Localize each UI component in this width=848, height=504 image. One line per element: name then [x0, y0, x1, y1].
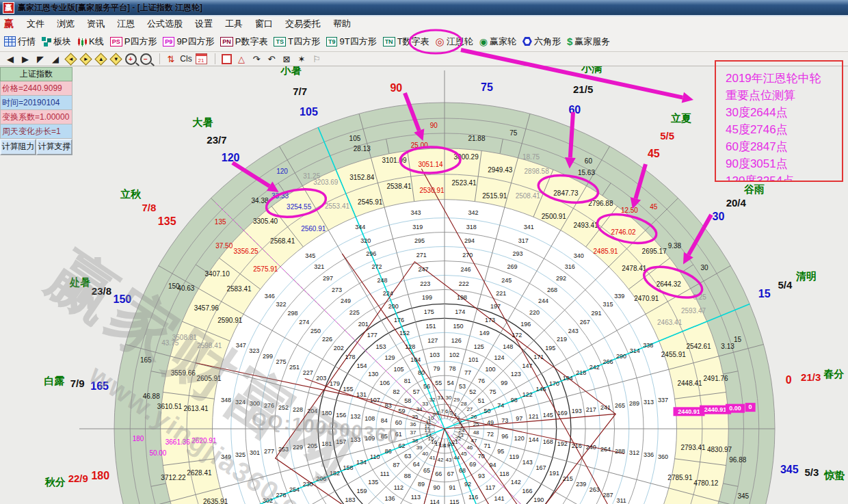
svg-text:226: 226	[322, 336, 332, 343]
pointer-down-icon-button[interactable]: ◢	[49, 53, 62, 65]
svg-text:291: 291	[592, 310, 602, 317]
toolbar-button-9P四方形[interactable]: P99P四方形	[163, 36, 214, 48]
svg-text:154: 154	[356, 362, 367, 369]
delete-box-button[interactable]: ⊠	[280, 53, 293, 65]
svg-text:96.88: 96.88	[729, 456, 746, 464]
svg-text:123: 123	[511, 371, 521, 377]
shift-up-icon: ▲	[94, 53, 107, 65]
menu-item-交易委托[interactable]: 交易委托	[279, 18, 327, 30]
svg-text:205: 205	[307, 442, 317, 449]
shift-up-button[interactable]: ▲	[94, 53, 107, 65]
shift-left-button[interactable]: ◄	[64, 53, 77, 65]
toolbar-button-T数字表[interactable]: TNT数字表	[383, 36, 429, 48]
svg-text:2515.91: 2515.91	[482, 192, 507, 200]
svg-text:180: 180	[321, 410, 332, 416]
calendar-button[interactable]: 21	[195, 53, 207, 65]
svg-text:大暑: 大暑	[192, 116, 213, 128]
menu-item-窗口[interactable]: 窗口	[249, 18, 279, 30]
rotate-ccw-button[interactable]: ↶	[265, 53, 278, 65]
svg-text:290: 290	[616, 353, 626, 360]
toolbar-button-P数字表[interactable]: PNP数字表	[220, 36, 267, 48]
svg-text:55: 55	[435, 380, 442, 386]
svg-text:2785.91: 2785.91	[667, 474, 693, 481]
note-line: 2019年江恩轮中轮	[726, 70, 842, 87]
toolbar-button-板块[interactable]: 板块	[42, 36, 71, 48]
svg-text:2695.17: 2695.17	[642, 248, 667, 255]
svg-text:2542.61: 2542.61	[687, 343, 712, 350]
time-axis-button[interactable]: ⇅	[165, 53, 177, 65]
toolbar-button-P四方形[interactable]: PSP四方形	[110, 36, 157, 48]
toolbar-button-行情[interactable]: 行情	[4, 36, 36, 48]
svg-text:242: 242	[589, 364, 600, 371]
shift-right-button[interactable]: ►	[79, 53, 92, 65]
svg-text:25.00: 25.00	[411, 142, 428, 149]
zoom-in-button[interactable]: +	[124, 53, 137, 65]
shift-down-button[interactable]: ▼	[109, 53, 122, 65]
prev-arrow-button[interactable]: ◀	[4, 53, 16, 65]
cls-button-button[interactable]: Cls	[180, 53, 192, 65]
svg-text:3559.66: 3559.66	[171, 369, 196, 377]
svg-text:3712.22: 3712.22	[161, 474, 186, 481]
svg-text:76: 76	[478, 377, 485, 384]
toolbar-button-T四方形[interactable]: TST四方形	[274, 36, 319, 48]
svg-text:264: 264	[600, 446, 611, 453]
svg-text:173: 173	[485, 317, 495, 323]
svg-text:113: 113	[411, 494, 421, 501]
menu-item-资讯[interactable]: 资讯	[81, 18, 111, 30]
svg-text:95: 95	[497, 448, 504, 455]
shift-right-icon: ►	[79, 53, 92, 65]
toolbar-button-赢家服务[interactable]: $赢家服务	[567, 36, 610, 48]
toolbar-button-江恩轮[interactable]: ◎江恩轮	[436, 36, 473, 48]
svg-text:72: 72	[487, 431, 494, 438]
svg-text:344: 344	[355, 224, 365, 230]
menu-item-帮助[interactable]: 帮助	[327, 18, 357, 30]
next-arrow-button[interactable]: ▶	[19, 53, 31, 65]
svg-text:313: 313	[644, 399, 654, 406]
svg-text:2478.41: 2478.41	[622, 265, 647, 272]
toolbar-button-label: T数字表	[397, 36, 429, 48]
menu-item-公式选股[interactable]: 公式选股	[141, 18, 189, 30]
svg-text:346: 346	[265, 293, 275, 300]
svg-text:2553.41: 2553.41	[325, 202, 350, 210]
zoom-out-button[interactable]: −	[140, 53, 152, 65]
menu-item-江恩[interactable]: 江恩	[111, 18, 141, 30]
toolbar-button-label: 行情	[18, 36, 36, 48]
flag-tool-button[interactable]: ⚐	[310, 53, 323, 65]
svg-text:107: 107	[370, 397, 380, 403]
svg-text:8: 8	[436, 410, 440, 416]
toolbar-button-赢家轮[interactable]: ◉赢家轮	[479, 36, 516, 48]
svg-text:0: 0	[749, 403, 752, 410]
svg-text:268: 268	[547, 287, 557, 293]
star-tool-button[interactable]: ✶	[295, 53, 308, 65]
svg-text:2620.91: 2620.91	[191, 437, 217, 445]
svg-text:201: 201	[358, 321, 369, 328]
rect-tool-button[interactable]	[220, 53, 233, 65]
svg-text:191: 191	[549, 470, 559, 477]
svg-text:3: 3	[457, 415, 460, 421]
svg-text:246: 246	[460, 266, 471, 273]
triangle-tool-button[interactable]: △	[235, 53, 248, 65]
menu-item-文件[interactable]: 文件	[21, 18, 51, 30]
toolbar-button-K线[interactable]: K线	[77, 36, 104, 48]
menu-item-浏览[interactable]: 浏览	[51, 18, 81, 30]
menu-item-设置[interactable]: 设置	[189, 18, 219, 30]
toolbar-button-六角形[interactable]: 六角形	[522, 36, 561, 48]
svg-text:94: 94	[490, 462, 496, 468]
svg-text:199: 199	[422, 294, 432, 301]
svg-text:275: 275	[276, 358, 286, 365]
dollar-icon: $	[567, 36, 572, 47]
svg-text:57: 57	[413, 388, 420, 395]
svg-text:5/5: 5/5	[660, 130, 674, 142]
toolbar-button-9T四方形[interactable]: T99T四方形	[326, 36, 377, 48]
svg-text:180: 180	[91, 470, 109, 481]
svg-text:222: 222	[459, 280, 469, 287]
calc-support-button[interactable]: 计算支撑	[36, 139, 72, 155]
svg-text:31: 31	[437, 395, 443, 401]
svg-text:28: 28	[461, 401, 467, 407]
menu-item-工具[interactable]: 工具	[219, 18, 249, 30]
calc-resistance-button[interactable]: 计算阻力	[0, 139, 36, 155]
pointer-up-icon-button[interactable]: ◤	[34, 53, 47, 65]
rotate-cw-button[interactable]: ↷	[250, 53, 263, 65]
svg-text:83: 83	[385, 402, 392, 409]
svg-text:128: 128	[405, 343, 415, 350]
